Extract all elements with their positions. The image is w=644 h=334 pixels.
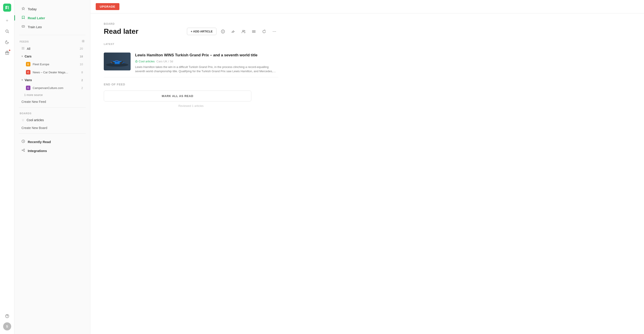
share-icon-button[interactable] (230, 28, 237, 35)
all-feeds-count: 20 (80, 47, 83, 50)
latest-section-label: LATEST (104, 43, 278, 46)
feed-source-fleet-europe[interactable]: E Fleet Europe 10 (16, 60, 88, 68)
end-of-feed-label: END OF FEED (104, 83, 278, 86)
car-dealer-label: News – Car Dealer Maga… (33, 71, 82, 74)
create-new-board-link[interactable]: Create New Board (16, 124, 88, 132)
sidebar-item-today[interactable]: Today (19, 4, 86, 14)
feeds-gear-icon[interactable] (82, 40, 85, 43)
svg-point-38 (115, 60, 118, 62)
feed-all[interactable]: All 20 (16, 45, 88, 52)
mark-all-read-button[interactable]: MARK ALL AS READ (104, 90, 251, 102)
user-avatar[interactable]: S (3, 322, 11, 330)
campervan-count: 2 (82, 86, 83, 90)
svg-marker-7 (22, 7, 24, 10)
divider-2 (19, 107, 86, 108)
app-logo[interactable] (3, 4, 11, 12)
svg-line-21 (23, 150, 24, 151)
svg-point-6 (7, 317, 8, 317)
svg-point-12 (83, 41, 84, 42)
board-star-icon: ☆ (22, 118, 24, 122)
team-icon-button[interactable] (240, 28, 247, 35)
boards-section-header: BOARDS (14, 109, 90, 116)
svg-marker-50 (135, 60, 138, 62)
gift-badge (8, 49, 11, 52)
reviewed-text: Reviewed 1 articles (104, 104, 278, 108)
article-time-ago: 3d (170, 60, 173, 63)
add-button[interactable]: + (3, 16, 12, 25)
svg-rect-47 (111, 60, 112, 61)
svg-line-1 (8, 32, 9, 33)
feed-group-cars[interactable]: ▾ Cars 18 (16, 53, 88, 60)
sidebar-bottom-nav: Recently Read Integrations (14, 136, 90, 157)
svg-point-0 (6, 30, 8, 32)
svg-point-46 (122, 62, 123, 63)
read-later-icon (22, 16, 25, 20)
fleet-europe-icon: E (26, 62, 30, 66)
cars-group-count: 18 (80, 55, 83, 58)
svg-point-31 (274, 31, 275, 32)
today-icon (22, 7, 25, 11)
article-thumbnail (104, 52, 130, 70)
recently-read-icon (22, 140, 25, 144)
sidebar-item-recently-read[interactable]: Recently Read (19, 137, 86, 146)
info-icon-button[interactable] (219, 28, 227, 35)
train-leo-label: Train Leo (28, 25, 42, 29)
svg-point-25 (242, 30, 244, 32)
board-title: Read later (104, 27, 138, 36)
add-article-label: + ADD ARTICLE (191, 30, 213, 33)
add-article-button[interactable]: + ADD ARTICLE (187, 28, 216, 35)
main-content: UPGRADE BOARD Read later + ADD ARTICLE (90, 0, 644, 334)
fleet-europe-count: 10 (80, 62, 83, 66)
campervan-label: CampervanCulture.com (33, 86, 82, 90)
svg-point-10 (24, 26, 24, 27)
sidebar: Today Read Later Train Leo (14, 0, 90, 334)
feed-group-vans[interactable]: ▾ Vans 2 (16, 76, 88, 84)
create-new-feed-link[interactable]: Create New Feed (16, 98, 88, 105)
night-mode-icon[interactable] (3, 38, 12, 46)
svg-point-32 (275, 31, 276, 32)
svg-point-17 (22, 150, 23, 151)
sidebar-item-read-later[interactable]: Read Later (19, 14, 86, 22)
all-feeds-label: All (27, 47, 80, 50)
feed-source-car-dealer[interactable]: C News – Car Dealer Maga… 8 (16, 68, 88, 76)
feeds-label: FEEDS (20, 40, 29, 43)
feed-source-campervan[interactable]: C CampervanCulture.com 2 (16, 84, 88, 92)
board-cool-articles[interactable]: ☆ Cool articles (16, 116, 88, 124)
gift-icon[interactable] (3, 48, 12, 57)
car-dealer-icon: C (26, 70, 30, 74)
svg-point-30 (273, 31, 274, 32)
sidebar-item-integrations[interactable]: Integrations (19, 146, 86, 155)
article-source: Cars UK (156, 60, 168, 63)
train-leo-icon (22, 24, 25, 29)
cars-chevron-icon: ▾ (22, 55, 23, 58)
svg-point-42 (120, 62, 122, 64)
board-actions: + ADD ARTICLE (187, 28, 278, 35)
main-topbar: UPGRADE (90, 0, 644, 14)
svg-point-26 (244, 30, 245, 31)
car-dealer-count: 8 (82, 71, 83, 74)
svg-point-40 (113, 62, 114, 64)
integrations-label: Integrations (28, 149, 47, 153)
svg-point-49 (111, 62, 112, 62)
list-icon-button[interactable] (250, 28, 258, 35)
board-section-label: BOARD (104, 22, 278, 26)
refresh-icon-button[interactable] (260, 28, 268, 35)
recently-read-label: Recently Read (28, 140, 51, 144)
read-later-label: Read Later (28, 16, 45, 20)
svg-point-19 (24, 151, 24, 152)
icon-bar-bottom: S (3, 312, 12, 330)
search-icon[interactable] (3, 27, 12, 36)
vans-group-label: Vans (24, 78, 82, 82)
article-board-tag[interactable]: Cool articles (135, 60, 155, 63)
svg-point-18 (24, 149, 24, 150)
upgrade-button[interactable]: UPGRADE (96, 3, 120, 10)
more-sources-link[interactable]: 1 more source (14, 92, 90, 98)
vans-chevron-icon: ▾ (22, 78, 23, 82)
help-icon[interactable] (3, 312, 12, 320)
sidebar-item-train-leo[interactable]: Train Leo (19, 22, 86, 31)
svg-point-9 (22, 26, 23, 27)
article-title: Lewis Hamilton WINS Turkish Grand Prix –… (135, 52, 278, 58)
icon-bar: + S (0, 0, 14, 334)
more-options-button[interactable] (270, 28, 278, 35)
article-card[interactable]: Lewis Hamilton WINS Turkish Grand Prix –… (104, 49, 278, 77)
